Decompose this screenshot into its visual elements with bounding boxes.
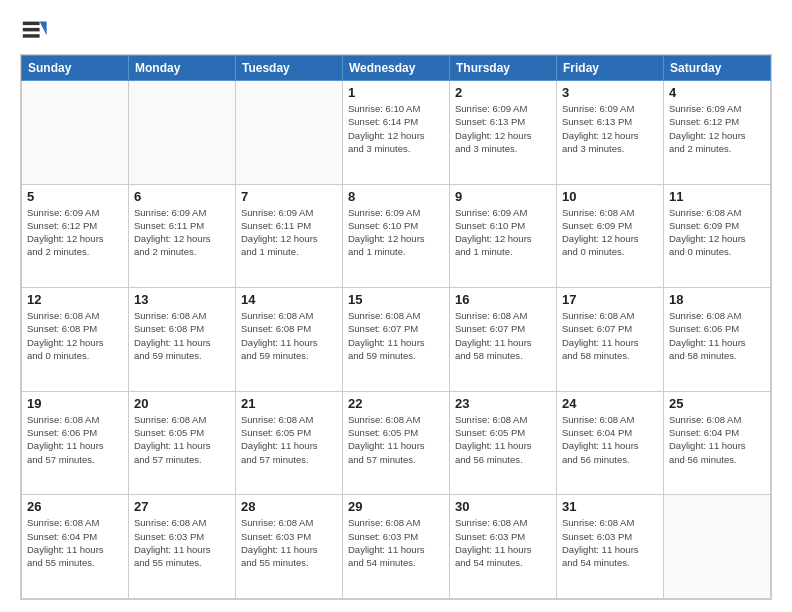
- day-number: 24: [562, 396, 658, 411]
- day-info: Sunrise: 6:09 AM Sunset: 6:13 PM Dayligh…: [455, 102, 551, 155]
- day-info: Sunrise: 6:09 AM Sunset: 6:13 PM Dayligh…: [562, 102, 658, 155]
- day-number: 4: [669, 85, 765, 100]
- day-number: 29: [348, 499, 444, 514]
- weekday-header-monday: Monday: [129, 56, 236, 81]
- day-cell: [664, 495, 771, 599]
- day-cell: 14Sunrise: 6:08 AM Sunset: 6:08 PM Dayli…: [236, 288, 343, 392]
- header: [20, 16, 772, 44]
- logo: [20, 16, 52, 44]
- day-number: 10: [562, 189, 658, 204]
- weekday-header-friday: Friday: [557, 56, 664, 81]
- day-info: Sunrise: 6:08 AM Sunset: 6:03 PM Dayligh…: [134, 516, 230, 569]
- day-info: Sunrise: 6:08 AM Sunset: 6:04 PM Dayligh…: [562, 413, 658, 466]
- day-cell: 2Sunrise: 6:09 AM Sunset: 6:13 PM Daylig…: [450, 81, 557, 185]
- day-info: Sunrise: 6:08 AM Sunset: 6:07 PM Dayligh…: [562, 309, 658, 362]
- day-info: Sunrise: 6:09 AM Sunset: 6:12 PM Dayligh…: [27, 206, 123, 259]
- day-number: 11: [669, 189, 765, 204]
- day-cell: 30Sunrise: 6:08 AM Sunset: 6:03 PM Dayli…: [450, 495, 557, 599]
- day-cell: 21Sunrise: 6:08 AM Sunset: 6:05 PM Dayli…: [236, 391, 343, 495]
- day-cell: 11Sunrise: 6:08 AM Sunset: 6:09 PM Dayli…: [664, 184, 771, 288]
- day-cell: 6Sunrise: 6:09 AM Sunset: 6:11 PM Daylig…: [129, 184, 236, 288]
- day-info: Sunrise: 6:08 AM Sunset: 6:09 PM Dayligh…: [562, 206, 658, 259]
- day-cell: 7Sunrise: 6:09 AM Sunset: 6:11 PM Daylig…: [236, 184, 343, 288]
- day-cell: 5Sunrise: 6:09 AM Sunset: 6:12 PM Daylig…: [22, 184, 129, 288]
- day-info: Sunrise: 6:08 AM Sunset: 6:06 PM Dayligh…: [669, 309, 765, 362]
- day-number: 16: [455, 292, 551, 307]
- day-number: 14: [241, 292, 337, 307]
- day-number: 13: [134, 292, 230, 307]
- day-cell: 3Sunrise: 6:09 AM Sunset: 6:13 PM Daylig…: [557, 81, 664, 185]
- day-cell: [129, 81, 236, 185]
- day-info: Sunrise: 6:09 AM Sunset: 6:11 PM Dayligh…: [241, 206, 337, 259]
- day-number: 9: [455, 189, 551, 204]
- calendar-header: SundayMondayTuesdayWednesdayThursdayFrid…: [22, 56, 771, 81]
- svg-rect-3: [23, 34, 40, 38]
- day-cell: 15Sunrise: 6:08 AM Sunset: 6:07 PM Dayli…: [343, 288, 450, 392]
- day-cell: 31Sunrise: 6:08 AM Sunset: 6:03 PM Dayli…: [557, 495, 664, 599]
- day-number: 1: [348, 85, 444, 100]
- weekday-header-sunday: Sunday: [22, 56, 129, 81]
- week-row-5: 26Sunrise: 6:08 AM Sunset: 6:04 PM Dayli…: [22, 495, 771, 599]
- day-info: Sunrise: 6:08 AM Sunset: 6:05 PM Dayligh…: [348, 413, 444, 466]
- day-cell: 22Sunrise: 6:08 AM Sunset: 6:05 PM Dayli…: [343, 391, 450, 495]
- svg-marker-0: [40, 22, 47, 36]
- day-cell: 18Sunrise: 6:08 AM Sunset: 6:06 PM Dayli…: [664, 288, 771, 392]
- day-cell: 28Sunrise: 6:08 AM Sunset: 6:03 PM Dayli…: [236, 495, 343, 599]
- day-info: Sunrise: 6:08 AM Sunset: 6:03 PM Dayligh…: [241, 516, 337, 569]
- day-info: Sunrise: 6:08 AM Sunset: 6:08 PM Dayligh…: [27, 309, 123, 362]
- day-number: 8: [348, 189, 444, 204]
- day-info: Sunrise: 6:08 AM Sunset: 6:07 PM Dayligh…: [348, 309, 444, 362]
- day-number: 15: [348, 292, 444, 307]
- day-cell: 25Sunrise: 6:08 AM Sunset: 6:04 PM Dayli…: [664, 391, 771, 495]
- day-info: Sunrise: 6:08 AM Sunset: 6:08 PM Dayligh…: [241, 309, 337, 362]
- calendar: SundayMondayTuesdayWednesdayThursdayFrid…: [20, 54, 772, 600]
- day-info: Sunrise: 6:09 AM Sunset: 6:11 PM Dayligh…: [134, 206, 230, 259]
- day-cell: 26Sunrise: 6:08 AM Sunset: 6:04 PM Dayli…: [22, 495, 129, 599]
- day-number: 7: [241, 189, 337, 204]
- day-number: 6: [134, 189, 230, 204]
- day-cell: 27Sunrise: 6:08 AM Sunset: 6:03 PM Dayli…: [129, 495, 236, 599]
- day-info: Sunrise: 6:09 AM Sunset: 6:10 PM Dayligh…: [455, 206, 551, 259]
- week-row-3: 12Sunrise: 6:08 AM Sunset: 6:08 PM Dayli…: [22, 288, 771, 392]
- svg-rect-2: [23, 28, 40, 32]
- day-number: 26: [27, 499, 123, 514]
- day-cell: [22, 81, 129, 185]
- day-cell: 1Sunrise: 6:10 AM Sunset: 6:14 PM Daylig…: [343, 81, 450, 185]
- day-info: Sunrise: 6:08 AM Sunset: 6:08 PM Dayligh…: [134, 309, 230, 362]
- week-row-2: 5Sunrise: 6:09 AM Sunset: 6:12 PM Daylig…: [22, 184, 771, 288]
- day-number: 3: [562, 85, 658, 100]
- day-cell: 29Sunrise: 6:08 AM Sunset: 6:03 PM Dayli…: [343, 495, 450, 599]
- day-info: Sunrise: 6:08 AM Sunset: 6:05 PM Dayligh…: [241, 413, 337, 466]
- svg-rect-1: [23, 22, 40, 26]
- day-number: 21: [241, 396, 337, 411]
- day-info: Sunrise: 6:09 AM Sunset: 6:12 PM Dayligh…: [669, 102, 765, 155]
- day-info: Sunrise: 6:10 AM Sunset: 6:14 PM Dayligh…: [348, 102, 444, 155]
- day-info: Sunrise: 6:08 AM Sunset: 6:06 PM Dayligh…: [27, 413, 123, 466]
- day-info: Sunrise: 6:08 AM Sunset: 6:09 PM Dayligh…: [669, 206, 765, 259]
- day-number: 2: [455, 85, 551, 100]
- weekday-header-saturday: Saturday: [664, 56, 771, 81]
- day-cell: 4Sunrise: 6:09 AM Sunset: 6:12 PM Daylig…: [664, 81, 771, 185]
- day-cell: 20Sunrise: 6:08 AM Sunset: 6:05 PM Dayli…: [129, 391, 236, 495]
- day-number: 23: [455, 396, 551, 411]
- week-row-1: 1Sunrise: 6:10 AM Sunset: 6:14 PM Daylig…: [22, 81, 771, 185]
- logo-icon: [20, 16, 48, 44]
- weekday-row: SundayMondayTuesdayWednesdayThursdayFrid…: [22, 56, 771, 81]
- page: SundayMondayTuesdayWednesdayThursdayFrid…: [0, 0, 792, 612]
- day-number: 30: [455, 499, 551, 514]
- day-info: Sunrise: 6:08 AM Sunset: 6:03 PM Dayligh…: [562, 516, 658, 569]
- day-cell: 10Sunrise: 6:08 AM Sunset: 6:09 PM Dayli…: [557, 184, 664, 288]
- day-number: 28: [241, 499, 337, 514]
- day-cell: 24Sunrise: 6:08 AM Sunset: 6:04 PM Dayli…: [557, 391, 664, 495]
- day-cell: 12Sunrise: 6:08 AM Sunset: 6:08 PM Dayli…: [22, 288, 129, 392]
- day-info: Sunrise: 6:08 AM Sunset: 6:04 PM Dayligh…: [669, 413, 765, 466]
- day-info: Sunrise: 6:08 AM Sunset: 6:03 PM Dayligh…: [348, 516, 444, 569]
- day-info: Sunrise: 6:08 AM Sunset: 6:07 PM Dayligh…: [455, 309, 551, 362]
- day-number: 25: [669, 396, 765, 411]
- day-number: 27: [134, 499, 230, 514]
- weekday-header-thursday: Thursday: [450, 56, 557, 81]
- day-number: 19: [27, 396, 123, 411]
- day-cell: 16Sunrise: 6:08 AM Sunset: 6:07 PM Dayli…: [450, 288, 557, 392]
- day-info: Sunrise: 6:09 AM Sunset: 6:10 PM Dayligh…: [348, 206, 444, 259]
- day-cell: 17Sunrise: 6:08 AM Sunset: 6:07 PM Dayli…: [557, 288, 664, 392]
